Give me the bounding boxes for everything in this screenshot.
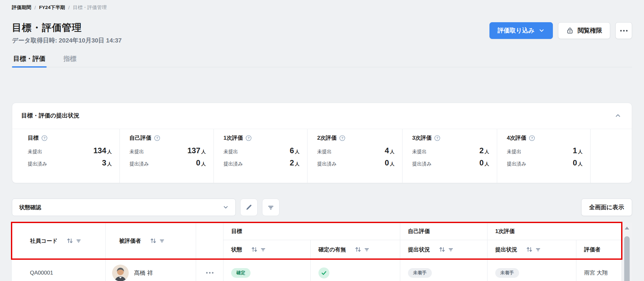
help-icon[interactable]: ? [41, 135, 48, 141]
table-header: 社員コード 被評価者 [12, 223, 621, 259]
stat-unit: 人 [295, 149, 299, 154]
stat-row-label: 未提出 [507, 149, 521, 155]
table-scrollbar[interactable] [621, 223, 632, 281]
breadcrumb-current-page: 目標・評価管理 [73, 5, 107, 11]
sort-icon[interactable] [251, 246, 258, 253]
help-icon[interactable]: ? [154, 135, 160, 141]
lock-icon [566, 27, 574, 34]
stat-unit: 人 [390, 161, 394, 166]
cell-evaluatee: 髙橋 祥 [106, 259, 196, 281]
group-header-label: 1次評価 [495, 228, 515, 235]
column-header-label: 状態 [231, 246, 242, 253]
submission-stats: 目標 ? 未提出 134人 提出済み 3人 自己評価 ? [12, 129, 632, 183]
stat-row-submitted: 提出済み 0人 [317, 158, 394, 167]
stat-value: 6 [290, 146, 294, 155]
scrollbar-thumb[interactable] [624, 236, 630, 281]
filter-icon[interactable] [260, 247, 266, 252]
svg-text:?: ? [248, 136, 250, 140]
stat-row-unsubmitted: 未提出 134人 [28, 146, 112, 155]
filter-icon[interactable] [535, 247, 541, 252]
stat-label: 2次評価 [317, 134, 336, 142]
cell-evaluator: 雨宮 大翔 [576, 259, 621, 281]
table-row[interactable]: QA00001 髙橋 祥 [12, 259, 621, 281]
view-select[interactable]: 状態確認 [12, 199, 236, 216]
stat-row-label: 未提出 [223, 149, 238, 155]
group-header-first-eval: 1次評価 [488, 223, 621, 240]
stat-value: 0 [196, 158, 200, 167]
column-header-evaluator[interactable]: 評価者 [576, 240, 621, 259]
help-icon[interactable]: ? [529, 135, 535, 141]
stat-unit: 人 [578, 149, 582, 154]
cell-first-submission: 未着手 [488, 259, 576, 281]
breadcrumb-fy24-second-half[interactable]: FY24下半期 [39, 5, 65, 11]
column-header-first-submission[interactable]: 提出状況 [488, 240, 576, 259]
filter-icon[interactable] [159, 238, 165, 244]
view-permission-button[interactable]: 閲覧権限 [558, 22, 610, 39]
sort-icon[interactable] [526, 246, 533, 253]
stat-value: 3 [102, 158, 106, 167]
stat-value: 137 [187, 146, 200, 155]
breadcrumb-separator: / [34, 5, 36, 10]
tab-bar: 目標・評価 指標 [12, 54, 632, 67]
fullscreen-button[interactable]: 全画面に表示 [581, 199, 632, 216]
stat-label: 目標 [28, 134, 39, 142]
stat-unit: 人 [578, 161, 582, 166]
filter-view-button[interactable] [262, 199, 279, 216]
view-permission-label: 閲覧権限 [578, 26, 602, 35]
data-fetched-timestamp: データ取得日時: 2024年10月30日 14:37 [12, 36, 122, 45]
help-icon[interactable]: ? [245, 135, 252, 141]
view-select-value: 状態確認 [19, 204, 41, 211]
column-header-confirmed[interactable]: 確定の有無 [311, 240, 400, 259]
evaluatee-name[interactable]: 髙橋 祥 [134, 269, 153, 277]
stat-unit: 人 [107, 161, 112, 166]
stat-value: 134 [93, 146, 106, 155]
stat-row-label: 未提出 [28, 149, 42, 155]
submission-status-card: 目標・評価の提出状況 目標 ? 未提出 134人 提出済み 3人 [12, 103, 632, 183]
more-actions-button[interactable] [615, 22, 632, 39]
stat-unit: 人 [201, 161, 206, 166]
svg-text:?: ? [341, 136, 344, 140]
breadcrumb-separator: / [68, 5, 70, 10]
sort-icon[interactable] [438, 246, 446, 253]
filter-icon[interactable] [364, 247, 370, 252]
stat-row-label: 提出済み [412, 161, 431, 167]
row-menu-button[interactable] [206, 272, 213, 274]
stat-label: 自己評価 [129, 134, 151, 142]
collapse-card-button[interactable] [613, 111, 623, 120]
breadcrumb-evaluation-period[interactable]: 評価期間 [12, 5, 31, 11]
sort-icon[interactable] [354, 246, 362, 253]
import-evaluation-button[interactable]: 評価取り込み [489, 22, 553, 39]
tab-goal-evaluation[interactable]: 目標・評価 [12, 54, 47, 67]
stat-value: 1 [573, 146, 577, 155]
column-header-evaluatee[interactable]: 被評価者 [106, 223, 196, 259]
stat-unit: 人 [390, 149, 394, 154]
column-header-label: 確定の有無 [318, 246, 346, 253]
stat-column-second-eval: 2次評価 ? 未提出 4人 提出済み 0人 [308, 129, 402, 183]
import-evaluation-label: 評価取り込み [497, 26, 535, 35]
page-title: 目標・評価管理 [12, 22, 122, 34]
svg-text:?: ? [531, 136, 533, 140]
help-icon[interactable]: ? [339, 135, 346, 141]
column-header-self-submission[interactable]: 提出状況 [400, 240, 488, 259]
column-header-goal-status[interactable]: 状態 [223, 240, 311, 259]
stat-column-fourth-eval: 4次評価 ? 未提出 1人 提出済み 0人 [497, 129, 591, 183]
stat-value: 0 [385, 158, 389, 167]
column-header-label: 社員コード [30, 237, 58, 245]
sort-icon[interactable] [66, 237, 74, 245]
breadcrumb: 評価期間 / FY24下半期 / 目標・評価管理 [12, 5, 632, 11]
edit-view-button[interactable] [240, 199, 258, 216]
sort-icon[interactable] [149, 237, 157, 245]
status-badge-confirmed: 確定 [231, 268, 251, 278]
filter-icon[interactable] [448, 247, 454, 252]
filter-icon[interactable] [76, 238, 81, 244]
stat-label: 3次評価 [412, 134, 431, 142]
help-icon[interactable]: ? [434, 135, 440, 141]
cell-confirmed [311, 259, 400, 281]
stat-row-submitted: 提出済み 3人 [28, 158, 112, 167]
tab-indicators[interactable]: 指標 [62, 54, 78, 67]
column-header-employee-code[interactable]: 社員コード [12, 223, 106, 259]
scroll-up-arrow[interactable] [625, 227, 629, 229]
column-header-label: 提出状況 [408, 246, 430, 253]
stat-value: 2 [479, 146, 484, 155]
evaluator-name: 雨宮 大翔 [584, 269, 608, 276]
